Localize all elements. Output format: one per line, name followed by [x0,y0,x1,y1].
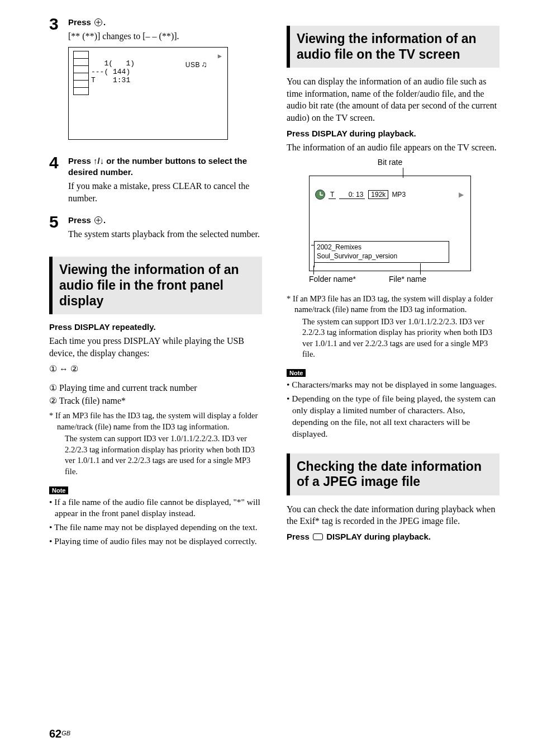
step-4-title: Press ↑/↓ or the number buttons to selec… [68,155,262,178]
note-label-right: Note [287,369,306,377]
definition-1: ① Playing time and current track number [49,382,262,394]
note-label-left: Note [49,486,68,494]
note-left-1: If a file name of the audio file cannot … [49,497,262,520]
left-column: 3 Press . [** (**)] changes to [– – (**)… [49,17,262,550]
step-5-title-prefix: Press [68,215,93,225]
section-heading-front-panel-text: Viewing the information of an audio file… [59,262,256,309]
section-heading-front-panel: Viewing the information of an audio file… [49,257,262,314]
step-4: 4 Press ↑/↓ or the number buttons to sel… [49,155,262,208]
press-display-suffix: DISPLAY during playback. [324,532,431,541]
tv-bitrate: 192k [368,190,388,199]
footnote-left-lead: * If an MP3 file has the ID3 tag, the sy… [49,411,258,431]
file-name-caption: File* name [389,275,469,284]
music-note-icon: ♫ [201,60,207,69]
page-number: 62 [49,727,61,740]
footnote-right-lead: * If an MP3 file has an ID3 tag, the sys… [287,294,493,314]
step-3-title-suffix: . [103,17,106,27]
step-3-text: [** (**)] changes to [– – (**)]. [68,30,262,42]
press-display-repeatedly: Press DISPLAY repeatedly. [49,322,262,332]
press-display-button-line: Press DISPLAY during playback. [287,532,499,541]
right-column: Viewing the information of an audio file… [287,17,499,550]
enter-icon [94,18,102,26]
tv-screen-diagram: Bit rate T 0: 13 192k MP3 ▶ 2002_Remixes… [309,158,471,283]
note-left-2: The file name may not be displayed depen… [49,522,262,533]
footnote-right-body: The system can support ID3 ver 1.0/1.1/2… [294,316,499,360]
usb-screen-diagram: ▶ 1( 1) ---( 144) T 1:31 [68,47,228,140]
tv-codec: MP3 [392,191,406,199]
tv-play-icon: ▶ [459,191,466,199]
step-3-title: Press . [68,17,262,28]
tv-status-line: T 0: 13 192k MP3 ▶ [315,190,466,200]
section-heading-tv-screen-text: Viewing the information of an audio file… [297,31,494,62]
clock-icon [315,190,325,200]
display-toggle-row: ① ↔ ② [49,363,262,374]
step-number-4: 4 [49,154,68,171]
diagram-line3: T 1:31 [91,77,135,85]
note-left-3: Playing time of audio files may not be d… [49,536,262,547]
section-heading-tv-screen: Viewing the information of an audio file… [287,26,499,68]
tv-folder-box: 2002_Remixes Soul_Survivor_rap_version [314,241,449,262]
footnote-right: * If an MP3 file has an ID3 tag, the sys… [287,294,499,360]
section-heading-jpeg: Checking the date information of a JPEG … [287,453,499,495]
section-heading-jpeg-text: Checking the date information of a JPEG … [297,459,494,490]
diagram-readout: 1( 1) ---( 144) T 1:31 [91,60,135,85]
tv-folder-line1: 2002_Remixes [317,243,446,252]
diagram-line2: ---( 144) [91,68,135,77]
step-5-text: The system starts playback from the sele… [68,228,262,240]
bit-rate-label: Bit rate [309,158,471,167]
diagram-cells [73,51,89,94]
tv-t-label: T [329,191,336,199]
page-region: GB [61,730,70,736]
diagram-line1: 1( 1) [91,60,135,68]
enter-icon [94,216,102,224]
footnote-left-body: The system can support ID3 ver 1.0/1.1/2… [57,433,262,477]
jpeg-intro-text: You can check the date information durin… [287,503,499,527]
step-4-text: If you make a mistake, press CLEAR to ca… [68,180,262,204]
step-5-title: Press . [68,215,262,226]
folder-name-caption: Folder name* [309,275,389,284]
play-icon: ▶ [218,52,222,60]
tv-time: 0: 13 [339,191,365,199]
press-display-prefix: Press [287,532,312,541]
note-right-2: Depending on the type of file being play… [287,393,499,440]
tv-intro-text: You can display the information of an au… [287,75,499,124]
notes-left: If a file name of the audio file cannot … [49,497,262,548]
each-time-text: Each time you press DISPLAY while playin… [49,335,262,359]
display-button-icon [313,533,323,540]
step-5-title-suffix: . [103,215,106,225]
step-3-title-prefix: Press [68,17,93,27]
usb-label-text: USB [185,61,200,69]
note-right-1: Characters/marks may not be displayed in… [287,379,499,391]
definition-2: ② Track (file) name* [49,395,262,407]
step-5: 5 Press . The system starts playback fro… [49,215,262,244]
step-number-5: 5 [49,214,68,230]
step-number-3: 3 [49,16,68,32]
usb-label: USB♫ [185,60,207,69]
info-appears-text: The information of an audio file appears… [287,141,499,154]
press-display-during: Press DISPLAY during playback. [287,129,499,138]
step-3: 3 Press . [** (**)] changes to [– – (**)… [49,17,262,149]
footnote-left: * If an MP3 file has the ID3 tag, the sy… [49,410,262,477]
page-footer: 62GB [49,727,70,740]
tv-folder-line2: Soul_Survivor_rap_version [317,252,446,261]
notes-right: Characters/marks may not be displayed in… [287,379,499,440]
